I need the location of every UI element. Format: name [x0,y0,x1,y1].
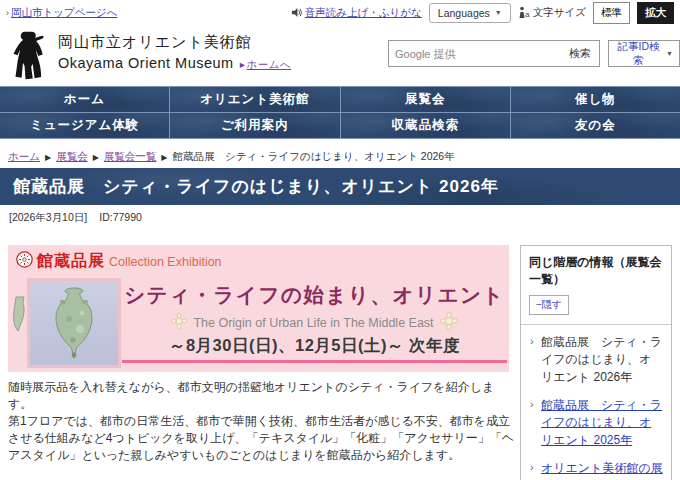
banner-underline [122,360,507,363]
font-size-icon: a [518,6,530,20]
exhibition-title: シティ・ライフの始まり、オリエント [122,281,507,309]
languages-label: Languages [438,7,490,19]
top-utility-bar: › 岡山市トップページへ 音声読み上げ・ふりがな Languages ▼ a 文… [0,0,680,25]
article-id: ID:77990 [99,211,142,225]
breadcrumb-separator-icon: ▶ [45,153,51,162]
article-id-label: 記事ID検索 [615,40,662,68]
nav-item-home[interactable]: ホーム [0,87,169,112]
languages-button[interactable]: Languages ▼ [429,3,511,23]
nav-item-exhibitions[interactable]: 展覧会 [341,87,510,112]
sidebar-item-past-exhibitions[interactable]: オリエント美術館の展覧会 現在−2021 [529,460,663,480]
svg-text:a: a [525,10,530,18]
nav-item-visitor-info[interactable]: ご利用案内 [170,113,339,138]
breadcrumb-separator-icon: ▶ [93,153,99,162]
nav-item-friends[interactable]: 友の会 [511,113,680,138]
site-title-en: Okayama Orient Museumホームへ [58,55,291,72]
sidebar-title: 同じ階層の情報（展覧会一覧） [529,254,663,289]
page-title: 館蔵品展 シティ・ライフのはじまり、オリエント 2026年 [0,168,680,205]
article-body: 随時展示品を入れ替えながら、都市文明の揺籃地オリエントのシティ・ライフを紹介しま… [8,379,514,480]
font-size-label: 文字サイズ [533,6,586,20]
nav-item-museum[interactable]: オリエント美術館 [170,87,339,112]
artifact-fragment-image [12,295,28,339]
breadcrumb-exhibitions[interactable]: 展覧会 [56,150,88,164]
divider [521,324,671,325]
museum-logo-icon [12,30,50,82]
chevron-down-icon: ▼ [666,50,673,57]
breadcrumb-separator-icon: ▶ [161,153,167,162]
font-enlarge-button[interactable]: 拡大 [637,2,674,24]
site-search: 検索 [388,40,600,67]
breadcrumb: ホーム ▶ 展覧会 ▶ 展覧会一覧 ▶ 館蔵品展 シティ・ライフのはじまり、オリ… [8,150,672,164]
related-pages-sidebar: 同じ階層の情報（展覧会一覧） −隠す 館蔵品展 シティ・ライフのはじまり、オリエ… [520,245,672,480]
sidebar-item-exhibition-2025[interactable]: 館蔵品展 シティ・ライフのはじまり、オリエント 2025年 [529,397,663,449]
sidebar-item-current-exhibition: 館蔵品展 シティ・ライフのはじまり、オリエント 2026年 [529,334,663,386]
breadcrumb-home[interactable]: ホーム [8,150,40,164]
speaker-icon [291,7,302,20]
site-title-ja: 岡山市立オリエント美術館 [58,33,291,52]
exhibition-dates: ～8月30日(日)、12月5日(土)～ 次年度 [122,335,507,357]
exhibition-banner[interactable]: 館蔵品展 Collection Exhibition シティ・ライフの始まり、オ… [8,245,509,372]
page-meta: [2026年3月10日] ID:77990 [9,211,142,225]
rosette-deco-icon [171,313,187,332]
rosette-icon [16,251,33,272]
breadcrumb-exhibition-list[interactable]: 展覧会一覧 [104,150,157,164]
banner-label-ja: 館蔵品展 [37,251,105,272]
chevron-down-icon: ▼ [495,9,502,16]
site-header: 岡山市立オリエント美術館 Okayama Orient Museumホームへ 検… [0,25,680,86]
nav-item-events[interactable]: 催し物 [511,87,680,112]
paragraph: 第1フロアでは、都市の日常生活、都市で華開く技術、都市生活者が感じる不安、都市を… [8,413,514,464]
search-button[interactable]: 検索 [561,46,599,61]
home-link[interactable]: ホームへ [240,58,292,70]
audio-reading-link[interactable]: 音声読み上げ・ふりがな [305,6,422,18]
exhibition-subtitle: The Origin of Urban Life in The Middle E… [193,316,433,330]
vessel-photo [27,278,121,368]
breadcrumb-current: 館蔵品展 シティ・ライフのはじまり、オリエント 2026年 [172,150,454,164]
nav-item-museum-experience[interactable]: ミュージアム体験 [0,113,169,138]
banner-label-en: Collection Exhibition [109,255,222,269]
font-standard-button[interactable]: 標準 [593,2,630,24]
city-top-page-link[interactable]: 岡山市トップページへ [11,6,117,20]
chevron-right-icon: › [6,8,9,18]
nav-item-collection-search[interactable]: 収蔵品検索 [341,113,510,138]
rosette-deco-icon [440,312,458,333]
main-navigation: ホーム オリエント美術館 展覧会 催し物 ミュージアム体験 ご利用案内 収蔵品検… [0,86,680,139]
site-title-en-text: Okayama Orient Museum [58,55,234,71]
search-input[interactable] [389,48,561,60]
hide-list-button[interactable]: −隠す [529,295,569,315]
article-id-search-button[interactable]: 記事ID検索 ▼ [608,40,680,67]
paragraph: 随時展示品を入れ替えながら、都市文明の揺籃地オリエントのシティ・ライフを紹介しま… [8,379,514,413]
publish-date: [2026年3月10日] [9,211,87,225]
